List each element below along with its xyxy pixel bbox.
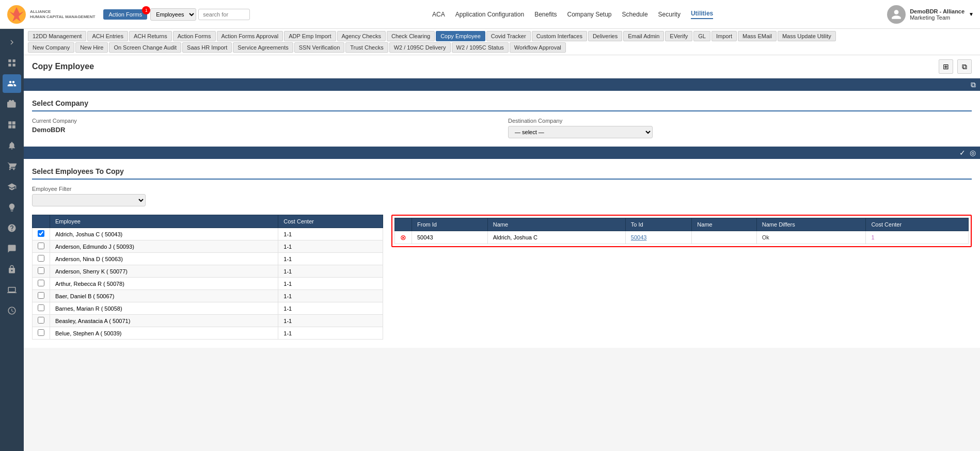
tab-mass-email[interactable]: Mass EMail <box>738 31 777 41</box>
nav-security[interactable]: Security <box>658 11 681 18</box>
employee-name-cell: Aldrich, Joshua C ( 50043) <box>50 228 278 240</box>
sidebar-item-employees[interactable] <box>3 74 21 93</box>
result-remove-icon[interactable]: ⊗ <box>400 233 406 241</box>
employee-checkbox-cell <box>33 228 50 240</box>
top-header: ALLIANCE HUMAN CAPITAL MANAGEMENT Action… <box>0 0 980 29</box>
result-row: ⊗ 50043 Aldrich, Joshua C 50043 Ok 1 <box>395 231 969 244</box>
tab-service-agreements[interactable]: Service Agreements <box>233 42 293 53</box>
tab-action-forms[interactable]: Action Forms <box>173 31 216 41</box>
col-checkbox <box>33 215 50 228</box>
tab-trust-checks[interactable]: Trust Checks <box>345 42 388 53</box>
action-forms-button[interactable]: Action Forms 1 <box>103 9 147 20</box>
result-cost-center-link[interactable]: 1 <box>871 234 874 240</box>
nav-schedule[interactable]: Schedule <box>622 11 648 18</box>
tab-saas-hr[interactable]: Saas HR Import <box>182 42 232 53</box>
employee-filter-label: Employee Filter <box>32 186 972 192</box>
search-area: Employees All <box>150 8 250 21</box>
tab-import[interactable]: Import <box>712 31 737 41</box>
result-from-id-cell: 50043 <box>412 231 488 244</box>
user-chevron-icon[interactable]: ▼ <box>969 11 974 17</box>
section-bar-2: ✓ ◎ <box>24 147 980 159</box>
tab-check-clearing[interactable]: Check Clearing <box>387 31 435 41</box>
tab-deliveries[interactable]: Deliveries <box>588 31 622 41</box>
sidebar-item-expand[interactable] <box>3 33 21 52</box>
result-to-id-link[interactable]: 50043 <box>631 234 647 240</box>
section-bar-1: ⧉ <box>24 78 980 91</box>
sidebar-item-notifications[interactable] <box>3 136 21 155</box>
tab-custom-interfaces[interactable]: Custom Interfaces <box>532 31 587 41</box>
tab-action-forms-approval[interactable]: Action Forms Approval <box>217 31 283 41</box>
nav-aca[interactable]: ACA <box>432 11 445 18</box>
tab-ach-returns[interactable]: ACH Returns <box>129 31 172 41</box>
employee-cost-center-cell: 1-1 <box>278 315 383 327</box>
employee-checkbox[interactable] <box>38 280 44 286</box>
sidebar-item-monitor[interactable] <box>3 281 21 299</box>
check-icon[interactable]: ✓ <box>959 149 966 157</box>
sidebar-item-clock[interactable] <box>3 301 21 320</box>
results-col-to-name: Name <box>692 218 756 231</box>
tab-on-screen-audit[interactable]: On Screen Change Audit <box>109 42 181 53</box>
nav-utilities[interactable]: Utilities <box>691 10 713 19</box>
tab-ssn-verification[interactable]: SSN Verification <box>294 42 344 53</box>
tab-email-admin[interactable]: Email Admin <box>623 31 664 41</box>
sidebar-item-support[interactable] <box>3 239 21 258</box>
employee-checkbox[interactable] <box>38 317 44 324</box>
employee-checkbox[interactable] <box>38 304 44 311</box>
employee-checkbox[interactable] <box>38 292 44 299</box>
employee-cost-center-cell: 1-1 <box>278 228 383 240</box>
nav-benefits[interactable]: Benefits <box>534 11 557 18</box>
grid-view-button[interactable]: ⊞ <box>939 59 953 74</box>
employee-checkbox[interactable] <box>38 230 44 237</box>
sidebar-item-help[interactable] <box>3 219 21 237</box>
sidebar-item-ideas[interactable] <box>3 198 21 217</box>
tab-w2-status[interactable]: W2 / 1095C Status <box>452 42 509 53</box>
tab-agency-checks[interactable]: Agency Checks <box>337 31 386 41</box>
clipboard-icon[interactable]: ⧉ <box>971 80 976 89</box>
sidebar-item-training[interactable] <box>3 178 21 196</box>
tab-everify[interactable]: EVerify <box>665 31 692 41</box>
employee-checkbox[interactable] <box>38 267 44 274</box>
sidebar-item-grid[interactable] <box>3 116 21 134</box>
tab-12dd[interactable]: 12DD Management <box>28 31 86 41</box>
page-header-icons: ⊞ ⧉ <box>939 59 972 74</box>
copy-icon-button[interactable]: ⧉ <box>957 59 972 74</box>
select-company-section: Select Company Current Company DemoBDR D… <box>24 91 980 147</box>
employee-checkbox[interactable] <box>38 255 44 262</box>
tab-workflow-approval[interactable]: Workflow Approval <box>510 42 566 53</box>
user-avatar <box>887 5 906 24</box>
employee-row: Aldrich, Joshua C ( 50043) 1-1 <box>33 228 383 240</box>
tab-new-company[interactable]: New Company <box>28 42 74 53</box>
sidebar-item-cart[interactable] <box>3 157 21 175</box>
current-company-value: DemoBDR <box>32 126 496 134</box>
employee-filter-select[interactable] <box>32 194 146 206</box>
employee-checkbox[interactable] <box>38 243 44 249</box>
employee-cost-center-cell: 1-1 <box>278 278 383 290</box>
tab-new-hire[interactable]: New Hire <box>75 42 108 53</box>
sidebar <box>0 29 24 451</box>
search-input[interactable] <box>198 9 250 20</box>
tab-w2-delivery[interactable]: W2 / 1095C Delivery <box>389 42 451 53</box>
action-forms-label: Action Forms <box>108 11 142 18</box>
col-cost-center: Cost Center <box>278 215 383 228</box>
sidebar-item-dashboard[interactable] <box>3 54 21 72</box>
tab-mass-update[interactable]: Mass Update Utility <box>778 31 836 41</box>
tab-copy-employee[interactable]: Copy Employee <box>436 31 485 41</box>
tab-ach-entries[interactable]: ACH Entries <box>87 31 128 41</box>
sidebar-item-jobs[interactable] <box>3 95 21 114</box>
sidebar-item-lock[interactable] <box>3 260 21 279</box>
employee-checkbox[interactable] <box>38 329 44 336</box>
tab-covid-tracker[interactable]: Covid Tracker <box>486 31 531 41</box>
results-col-cost-center: Cost Center <box>866 218 969 231</box>
employee-cost-center-cell: 1-1 <box>278 265 383 278</box>
nav-company-setup[interactable]: Company Setup <box>567 11 611 18</box>
result-to-id-cell: 50043 <box>625 231 692 244</box>
destination-company-select[interactable]: — select — <box>508 126 653 138</box>
tab-adp-import[interactable]: ADP Emp Import <box>284 31 336 41</box>
search-dropdown[interactable]: Employees All <box>150 8 196 21</box>
action-forms-badge: 1 <box>142 6 150 14</box>
results-table: From Id Name To Id Name Name Differs Cos… <box>394 218 969 244</box>
tab-gl[interactable]: GL <box>693 31 710 41</box>
employee-checkbox-cell <box>33 253 50 265</box>
pin-icon[interactable]: ◎ <box>970 149 976 157</box>
nav-app-config[interactable]: Application Configuration <box>455 11 524 18</box>
